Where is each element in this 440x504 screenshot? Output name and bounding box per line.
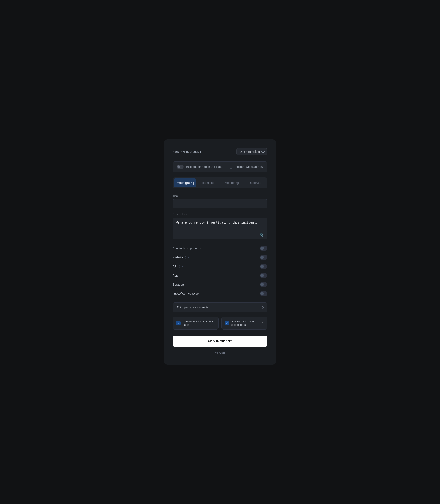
chevron-right-icon: [261, 306, 264, 309]
api-label: API: [173, 265, 178, 268]
publish-checkbox-item[interactable]: ✓ Publish incident to status page: [173, 317, 219, 330]
third-party-label: Third party components: [177, 306, 208, 309]
title-input[interactable]: [173, 199, 267, 208]
incident-start-label: Incident will start now: [235, 165, 263, 169]
info-icon: i: [229, 165, 233, 169]
attachment-icon[interactable]: 📎: [260, 233, 264, 237]
component-name-website: Website i: [173, 256, 189, 259]
tab-monitoring[interactable]: Monitoring: [220, 178, 243, 187]
loomcairo-label: https://loomcairo.com: [173, 292, 201, 295]
past-toggle-row: Incident started in the past i Incident …: [173, 161, 267, 172]
app-toggle[interactable]: [260, 273, 267, 278]
description-textarea[interactable]: We are currently investigating this inci…: [173, 217, 267, 239]
use-template-button[interactable]: Use a template: [236, 148, 267, 155]
past-toggle-switch[interactable]: [177, 165, 184, 169]
affected-components-section: Affected components Website i API i: [173, 246, 267, 298]
all-components-toggle[interactable]: [260, 246, 267, 251]
tab-investigating[interactable]: Investigating: [174, 178, 196, 187]
component-name-scrapers: Scrapers: [173, 283, 185, 286]
template-button-label: Use a template: [240, 150, 260, 154]
component-name-api: API i: [173, 265, 183, 268]
notify-checkbox-content: ✓ Notify status page subscribers: [225, 320, 260, 326]
loomcairo-toggle-knob: [260, 292, 264, 295]
website-toggle-knob: [260, 256, 264, 259]
past-toggle-label: Incident started in the past: [186, 165, 221, 169]
description-label: Description: [173, 212, 267, 216]
modal-title: ADD AN INCIDENT: [173, 150, 202, 154]
api-toggle[interactable]: [260, 264, 267, 269]
description-section: Description We are currently investigati…: [173, 212, 267, 240]
components-header: Affected components: [173, 246, 267, 251]
close-button[interactable]: CLOSE: [173, 350, 267, 357]
status-tabs: Investigating Identified Monitoring Reso…: [173, 177, 267, 188]
website-toggle[interactable]: [260, 255, 267, 260]
scrapers-label: Scrapers: [173, 283, 185, 286]
components-label: Affected components: [173, 247, 201, 250]
description-wrapper: We are currently investigating this inci…: [173, 217, 267, 240]
chevron-down-icon: [261, 150, 265, 153]
title-section: Title: [173, 194, 267, 208]
modal-header: ADD AN INCIDENT Use a template: [173, 148, 267, 155]
third-party-components-button[interactable]: Third party components: [173, 303, 267, 312]
website-info-icon[interactable]: i: [185, 256, 189, 259]
scrapers-toggle-knob: [260, 283, 264, 286]
title-label: Title: [173, 194, 267, 198]
add-incident-button[interactable]: ADD INCIDENT: [173, 336, 267, 347]
component-item-api: API i: [173, 262, 267, 271]
app-label: App: [173, 274, 178, 277]
checkbox-row: ✓ Publish incident to status page ✓ Noti…: [173, 317, 267, 330]
incident-start-info: i Incident will start now: [229, 165, 263, 169]
api-toggle-knob: [260, 265, 264, 268]
publish-checkbox-icon: ✓: [176, 321, 180, 325]
component-item-website: Website i: [173, 253, 267, 262]
publish-check-mark: ✓: [177, 322, 180, 325]
tab-resolved[interactable]: Resolved: [244, 178, 266, 187]
tab-identified[interactable]: Identified: [197, 178, 220, 187]
past-toggle-left: Incident started in the past: [177, 165, 221, 169]
publish-checkbox-label: Publish incident to status page: [183, 320, 215, 326]
scrapers-toggle[interactable]: [260, 282, 267, 287]
component-item-scrapers: Scrapers: [173, 280, 267, 289]
app-toggle-knob: [260, 274, 264, 277]
component-item-app: App: [173, 271, 267, 280]
add-incident-modal: ADD AN INCIDENT Use a template Incident …: [164, 139, 276, 365]
toggle-knob: [177, 165, 180, 168]
component-name-loomcairo: https://loomcairo.com: [173, 292, 201, 295]
website-label: Website: [173, 256, 183, 259]
loomcairo-toggle[interactable]: [260, 291, 267, 296]
component-item-loomcairo: https://loomcairo.com: [173, 289, 267, 298]
all-components-toggle-knob: [260, 247, 264, 250]
subscriber-count: 1: [262, 321, 264, 325]
notify-checkbox-item[interactable]: ✓ Notify status page subscribers 1: [221, 317, 267, 330]
notify-checkbox-icon: ✓: [225, 321, 229, 325]
notify-checkbox-label: Notify status page subscribers: [232, 320, 260, 326]
notify-check-mark: ✓: [226, 322, 228, 325]
api-info-icon[interactable]: i: [179, 265, 183, 268]
component-name-app: App: [173, 274, 178, 277]
